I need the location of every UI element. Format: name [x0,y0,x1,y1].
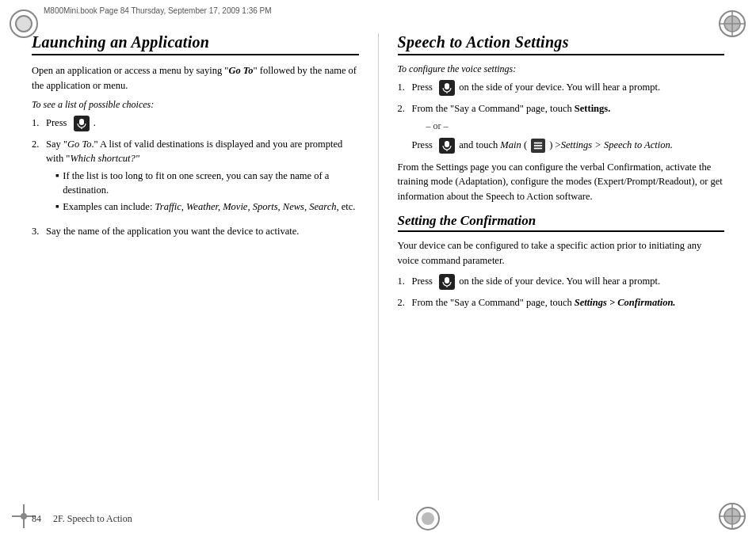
svg-rect-15 [534,145,542,146]
left-steps: 1. Press . 2. Say "Go To." [32,116,359,238]
intro-text: Open an application or access a menu by … [32,63,359,93]
page-footer: 84 2F. Speech to Action [32,507,724,530]
left-step-1: 1. Press . [32,116,359,131]
right-step-1: 1. Press on the side of your device. You… [398,80,725,96]
right-heading: Speech to Action Settings [398,33,725,55]
right-steps-2: 1. Press on the side of your device. You… [398,274,725,310]
svg-rect-8 [79,119,84,125]
sub-step-1: 1. Press on the side of your device. You… [398,274,725,290]
left-step-3: 3. Say the name of the application you w… [32,224,359,238]
bullet-2: Examples can include: Traffic, Weather, … [55,200,359,215]
left-step-2: 2. Say "Go To." A list of valid destinat… [32,137,359,219]
page-content: Launching an Application Open an applica… [32,33,724,500]
voice-button-icon-3 [439,138,455,154]
svg-rect-14 [534,142,542,143]
bullet-1: If the list is too long to fit on one sc… [55,169,359,197]
svg-rect-17 [445,277,449,283]
right-body-para: From the Settings page you can configure… [398,160,725,204]
left-column: Launching an Application Open an applica… [32,33,379,500]
main-menu-icon [531,139,545,153]
topbar-text: M800Mini.book Page 84 Thursday, Septembe… [44,6,272,15]
or-separator: – or – [426,120,673,133]
sub-step-2: 2. From the "Say a Command" page, touch … [398,295,725,310]
topbar: M800Mini.book Page 84 Thursday, Septembe… [44,6,712,15]
sub-bullets: If the list is too long to fit on one sc… [55,169,359,215]
svg-rect-12 [445,141,449,147]
sub-body: Your device can be configured to take a … [398,238,725,268]
left-italic-heading: To see a list of possible choices: [32,99,359,111]
right-step-2: 2. From the "Say a Command" page, touch … [398,101,725,154]
svg-rect-16 [534,147,542,149]
svg-rect-10 [445,83,449,89]
voice-button-icon-2 [439,80,455,96]
right-steps-1: 1. Press on the side of your device. You… [398,80,725,154]
voice-button-icon-4 [439,274,455,290]
footer-center-decoration [132,507,724,530]
voice-button-icon-1 [74,116,90,131]
right-column: Speech to Action Settings To configure t… [379,33,725,500]
sub-heading: Setting the Confirmation [398,213,725,232]
right-italic-heading: To configure the voice settings: [398,63,725,75]
footer-page-number: 84 2F. Speech to Action [32,513,132,525]
left-heading: Launching an Application [32,33,359,55]
